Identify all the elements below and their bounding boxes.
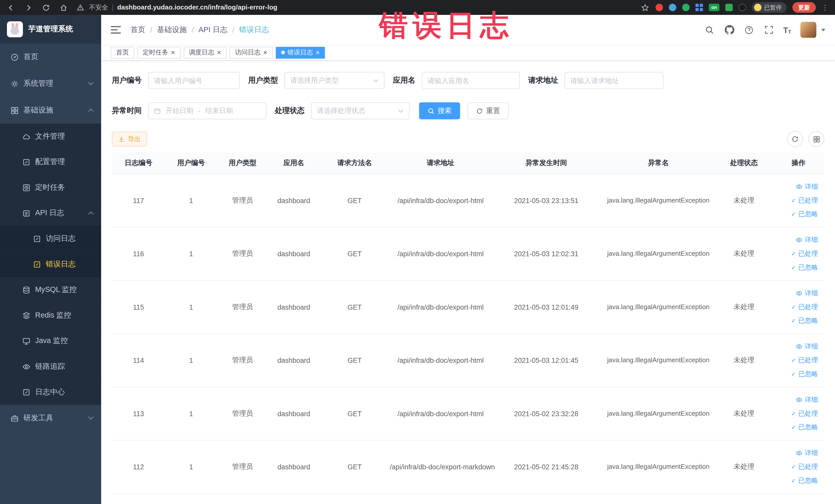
detail-link[interactable]: 详细	[773, 180, 818, 193]
extension-icon-on-badge[interactable]: on	[709, 4, 719, 11]
paused-badge[interactable]: 已暂停	[752, 2, 787, 13]
mark-ignored-link[interactable]: ✓已忽略	[773, 207, 818, 221]
address-bar-url[interactable]: dashboard.yudao.iocoder.cn/infra/log/api…	[117, 4, 277, 11]
sidebar-toggle-icon[interactable]	[111, 26, 121, 34]
sidebar-item-infra[interactable]: 基础设施	[0, 97, 101, 124]
help-icon[interactable]	[744, 24, 754, 35]
cell-time: 2021-05-02 21:45:28	[491, 440, 601, 493]
close-icon[interactable]: ×	[171, 49, 175, 56]
breadcrumb-api-log[interactable]: API 日志	[199, 25, 227, 35]
filter-label-app-name: 应用名	[393, 76, 415, 85]
tab-home[interactable]: 首页	[111, 47, 134, 59]
sidebar-item-scheduled-jobs[interactable]: 定时任务	[0, 175, 101, 201]
security-label[interactable]: 不安全	[89, 3, 108, 12]
tab-scheduled-jobs[interactable]: 定时任务×	[137, 47, 180, 59]
mark-processed-link[interactable]: ✓已处理	[773, 406, 818, 420]
mark-processed-link[interactable]: ✓已处理	[773, 460, 818, 474]
mark-ignored-link[interactable]: ✓已忽略	[773, 474, 818, 488]
cell-time: 2021-05-03 12:02:31	[491, 227, 601, 280]
mark-processed-link[interactable]: ✓已处理	[773, 247, 818, 261]
process-status-select[interactable]: 请选择处理状态	[311, 102, 410, 119]
sidebar-item-access-log[interactable]: 访问日志	[0, 226, 101, 251]
search-icon[interactable]	[704, 24, 715, 35]
back-icon[interactable]	[6, 3, 15, 12]
detail-link[interactable]: 详细	[773, 392, 818, 406]
mark-ignored-link[interactable]: ✓已忽略	[773, 261, 818, 275]
column-header-status: 处理状态	[715, 152, 772, 174]
extension-icon-red[interactable]	[656, 4, 663, 11]
sidebar-item-mysql-monitor[interactable]: MySQL 监控	[0, 277, 101, 303]
request-url-input[interactable]	[565, 72, 664, 89]
reset-button[interactable]: 重置	[467, 102, 509, 119]
close-icon[interactable]: ×	[217, 49, 221, 56]
app-name-input[interactable]	[422, 72, 520, 89]
mark-ignored-link[interactable]: ✓已忽略	[773, 367, 818, 381]
exception-time-range-picker[interactable]: 开始日期 - 结束日期	[148, 102, 266, 119]
extension-icon-blue-drop[interactable]	[669, 4, 676, 11]
avatar-caret-icon[interactable]	[821, 28, 826, 31]
mark-ignored-link[interactable]: ✓已忽略	[773, 420, 818, 434]
export-button[interactable]: 导出	[112, 132, 147, 147]
tab-error-log[interactable]: 错误日志×	[276, 47, 325, 59]
close-icon[interactable]: ×	[263, 49, 267, 56]
breadcrumb-separator: /	[192, 26, 194, 34]
cell-status: 未处理	[715, 227, 772, 280]
avatar[interactable]	[800, 22, 816, 38]
sidebar-item-link-tracing[interactable]: 链路追踪	[0, 354, 101, 380]
sidebar-item-file-manage[interactable]: 文件管理	[0, 123, 101, 149]
cell-time: 2021-05-03 23:13:51	[491, 174, 601, 227]
sidebar-item-home[interactable]: 首页	[0, 44, 101, 70]
fullscreen-icon[interactable]	[763, 24, 774, 35]
sidebar-item-log-center[interactable]: 日志中心	[0, 379, 101, 405]
home-icon[interactable]	[59, 3, 68, 12]
detail-link[interactable]: 详细	[773, 339, 818, 353]
font-size-icon[interactable]: TT	[783, 25, 791, 35]
tab-schedule-log[interactable]: 调度日志×	[184, 47, 226, 59]
user-id-input[interactable]	[148, 72, 240, 89]
table-row: 113 1 管理员 dashboard GET /api/infra/db-do…	[112, 387, 824, 440]
refresh-list-button[interactable]	[787, 131, 803, 147]
detail-link[interactable]: 详细	[773, 446, 818, 460]
sidebar-item-label: Redis 监控	[35, 311, 71, 320]
sidebar-item-redis-monitor[interactable]: Redis 监控	[0, 303, 101, 328]
cell-user-id: 1	[165, 387, 217, 440]
sidebar-item-error-log[interactable]: 错误日志	[0, 251, 101, 277]
breadcrumb-home[interactable]: 首页	[130, 25, 145, 35]
tag-label: 首页	[116, 48, 129, 57]
sidebar-item-java-monitor[interactable]: Java 监控	[0, 328, 101, 354]
mark-processed-link[interactable]: ✓已处理	[773, 353, 818, 367]
breadcrumb-infra[interactable]: 基础设施	[157, 25, 187, 35]
mark-ignored-link[interactable]: ✓已忽略	[773, 314, 818, 328]
error-log-icon	[33, 260, 41, 268]
search-button[interactable]: 搜索	[419, 102, 460, 119]
search-button-label: 搜索	[437, 106, 451, 116]
browser-update-button[interactable]: 更新	[792, 2, 816, 13]
app-logo[interactable]: 芋道管理系统	[0, 15, 101, 44]
extension-icon-green-circle[interactable]	[682, 4, 690, 11]
tab-access-log[interactable]: 访问日志×	[230, 47, 272, 59]
mark-processed-link[interactable]: ✓已处理	[773, 193, 818, 207]
reload-icon[interactable]	[42, 3, 50, 12]
sidebar-item-config-manage[interactable]: 配置管理	[0, 149, 101, 175]
user-type-select[interactable]: 请选择用户类型	[284, 72, 385, 89]
tags-view-bar: 首页 定时任务× 调度日志× 访问日志× 错误日志×	[101, 45, 835, 61]
close-icon[interactable]: ×	[316, 49, 320, 56]
browser-menu-icon[interactable]: ⋮	[822, 4, 829, 11]
check-icon: ✓	[791, 198, 796, 203]
cell-user-type: 管理员	[217, 334, 268, 387]
extension-icon-paw[interactable]	[738, 4, 746, 11]
detail-link[interactable]: 详细	[773, 233, 818, 247]
access-log-icon	[33, 235, 41, 243]
sidebar-item-system[interactable]: 系统管理	[0, 70, 101, 97]
github-icon[interactable]	[724, 24, 735, 35]
column-settings-button[interactable]	[808, 131, 824, 147]
sidebar-item-devtools[interactable]: 研发工具	[0, 405, 101, 431]
detail-link[interactable]: 详细	[773, 286, 818, 300]
mark-processed-link[interactable]: ✓已处理	[773, 300, 818, 314]
extension-icon-grid[interactable]	[695, 4, 703, 11]
extension-icon-leaf[interactable]	[726, 4, 733, 11]
bookmark-star-icon[interactable]	[641, 3, 650, 12]
sidebar-item-api-log[interactable]: API 日志	[0, 200, 101, 226]
breadcrumb-separator: /	[232, 26, 235, 34]
forward-icon[interactable]	[24, 3, 33, 12]
